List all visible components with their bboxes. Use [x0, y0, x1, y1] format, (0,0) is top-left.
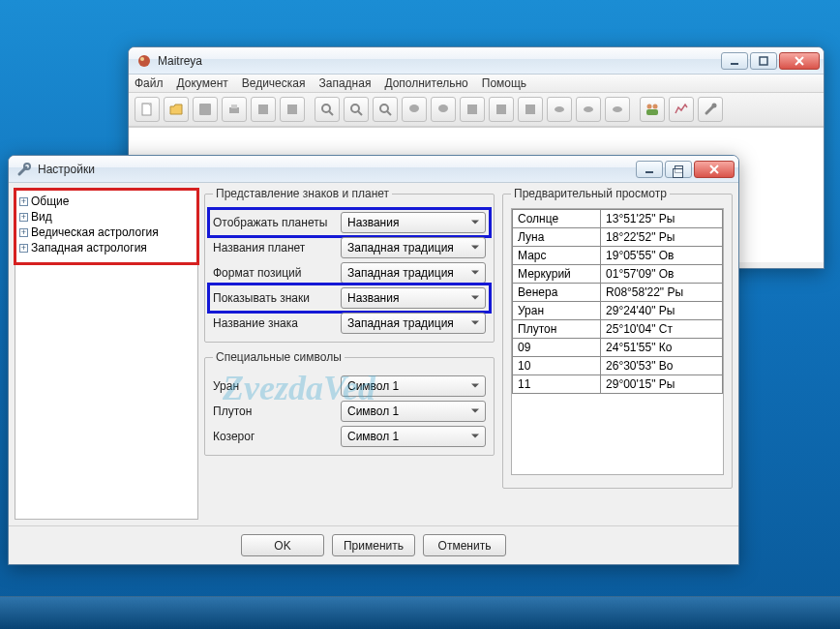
- label: Название знака: [213, 316, 335, 330]
- expand-icon[interactable]: +: [19, 244, 28, 253]
- combo-capricorn[interactable]: Символ 1: [341, 426, 486, 447]
- expand-icon[interactable]: +: [19, 228, 28, 237]
- menu-file[interactable]: Файл: [135, 76, 164, 90]
- svg-rect-10: [258, 105, 268, 114]
- combo-display-planets[interactable]: Названия: [341, 212, 486, 233]
- planet-name-cell: 10: [513, 357, 601, 375]
- tool-print[interactable]: [222, 97, 247, 122]
- tool-open[interactable]: [164, 97, 189, 122]
- combo-value: Западная традиция: [347, 266, 454, 280]
- button-label: OK: [274, 539, 290, 553]
- dialog-restore-button[interactable]: [665, 161, 692, 178]
- tree-item-view[interactable]: +Вид: [17, 209, 195, 225]
- table-row: 0924°51'55" Ко: [513, 339, 723, 357]
- tool-bubble-2[interactable]: [431, 97, 456, 122]
- combo-uranus[interactable]: Символ 1: [341, 375, 486, 397]
- tool-new[interactable]: [135, 97, 160, 122]
- preview-scroll[interactable]: Солнце13°51'25" РыЛуна18°22'52" РыМарс19…: [511, 208, 724, 475]
- menu-help[interactable]: Помощь: [482, 76, 526, 90]
- label: Формат позиций: [213, 266, 335, 280]
- tool-grid-3[interactable]: [518, 97, 543, 122]
- planet-position-cell: 25°10'04" Ст: [601, 320, 723, 339]
- svg-point-27: [653, 105, 658, 109]
- taskbar[interactable]: [0, 596, 840, 629]
- preview-table: Солнце13°51'25" РыЛуна18°22'52" РыМарс19…: [512, 209, 723, 394]
- planet-name-cell: Луна: [513, 228, 601, 247]
- tool-settings-icon[interactable]: [698, 97, 723, 122]
- menu-vedic[interactable]: Ведическая: [242, 76, 306, 90]
- tree-item-general[interactable]: +Общие: [17, 194, 195, 209]
- tree-label: Ведическая астрология: [31, 225, 159, 239]
- combo-value: Названия: [347, 216, 399, 229]
- svg-rect-21: [496, 105, 506, 114]
- row-capricorn: Козерог Символ 1: [213, 426, 486, 447]
- settings-dialog: Настройки +Общие +Вид +Ведическая астрол…: [8, 155, 739, 565]
- combo-planet-names[interactable]: Западная традиция: [341, 237, 486, 258]
- label: Уран: [213, 379, 335, 393]
- group-legend: Специальные символы: [213, 350, 345, 364]
- dialog-title: Настройки: [38, 163, 636, 176]
- planet-name-cell: Меркурий: [513, 265, 601, 284]
- minimize-button[interactable]: [721, 52, 748, 70]
- apply-button[interactable]: Применить: [332, 534, 415, 556]
- main-titlebar[interactable]: Maitreya: [129, 47, 824, 75]
- planet-position-cell: 29°00'15" Ры: [601, 375, 723, 394]
- tool-grid-1[interactable]: [460, 97, 485, 122]
- row-show-signs: Показывать знаки Названия: [213, 287, 486, 309]
- expand-icon[interactable]: +: [19, 197, 28, 206]
- button-label: Отменить: [438, 539, 492, 553]
- planet-position-cell: 24°51'55" Ко: [601, 339, 723, 357]
- combo-pluto[interactable]: Символ 1: [341, 401, 486, 422]
- combo-show-signs[interactable]: Названия: [341, 287, 486, 309]
- close-button[interactable]: [779, 52, 820, 70]
- menu-western[interactable]: Западная: [318, 76, 371, 90]
- combo-position-format[interactable]: Западная традиция: [341, 262, 486, 284]
- planet-position-cell: 13°51'25" Ры: [601, 210, 723, 228]
- settings-tree[interactable]: +Общие +Вид +Ведическая астрология +Запа…: [15, 189, 198, 520]
- tool-people-icon[interactable]: [640, 97, 665, 122]
- svg-point-12: [322, 105, 330, 112]
- tool-zoom-3[interactable]: [373, 97, 398, 122]
- planet-position-cell: 29°24'40" Ры: [601, 302, 723, 320]
- menubar: Файл Документ Ведическая Западная Дополн…: [129, 75, 824, 93]
- planet-position-cell: 26°30'53" Во: [601, 357, 723, 375]
- dialog-titlebar[interactable]: Настройки: [9, 156, 738, 183]
- tree-item-vedic[interactable]: +Ведическая астрология: [17, 225, 195, 240]
- tool-cloud-3[interactable]: [605, 97, 630, 122]
- svg-rect-20: [467, 105, 477, 114]
- planet-name-cell: Плутон: [513, 320, 601, 339]
- tool-cloud-2[interactable]: [576, 97, 601, 122]
- tree-item-western[interactable]: +Западная астрология: [17, 240, 195, 255]
- svg-line-15: [358, 111, 362, 115]
- cancel-button[interactable]: Отменить: [423, 534, 506, 556]
- tool-cloud-1[interactable]: [547, 97, 572, 122]
- svg-rect-11: [287, 105, 297, 114]
- planet-position-cell: R08°58'22" Ры: [601, 284, 723, 302]
- menu-document[interactable]: Документ: [177, 76, 228, 90]
- toolbar: [129, 93, 824, 127]
- tree-label: Вид: [31, 210, 52, 224]
- table-row: 1129°00'15" Ры: [513, 375, 723, 394]
- dialog-close-button[interactable]: [694, 161, 735, 178]
- expand-icon[interactable]: +: [19, 213, 28, 222]
- tool-save[interactable]: [193, 97, 218, 122]
- tool-generic-2[interactable]: [280, 97, 305, 122]
- dialog-minimize-button[interactable]: [636, 161, 663, 178]
- combo-sign-name[interactable]: Западная традиция: [341, 313, 486, 334]
- tool-zoom-2[interactable]: [344, 97, 369, 122]
- tool-bubble-1[interactable]: [402, 97, 427, 122]
- svg-point-23: [555, 106, 564, 112]
- tool-generic-1[interactable]: [251, 97, 276, 122]
- ok-button[interactable]: OK: [241, 534, 324, 556]
- wrench-icon: [16, 162, 32, 177]
- svg-point-19: [438, 105, 448, 112]
- tool-grid-2[interactable]: [489, 97, 514, 122]
- tool-chart-icon[interactable]: [669, 97, 694, 122]
- tool-zoom-1[interactable]: [315, 97, 340, 122]
- planet-name-cell: Венера: [513, 284, 601, 302]
- menu-extra[interactable]: Дополнительно: [384, 76, 467, 90]
- maximize-button[interactable]: [750, 52, 777, 70]
- svg-point-24: [584, 106, 593, 112]
- toolbar-separator-2: [634, 97, 636, 122]
- combo-value: Западная традиция: [347, 316, 454, 330]
